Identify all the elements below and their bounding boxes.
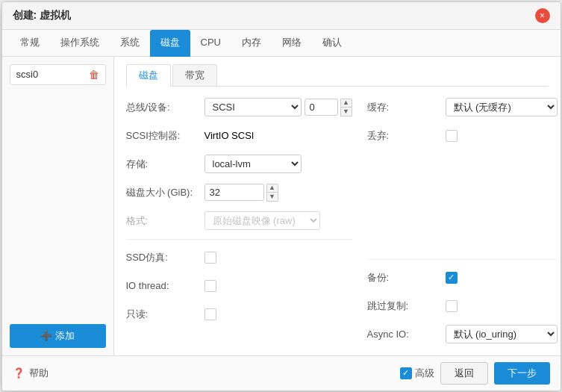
ssd-label: SSD仿真: (126, 251, 204, 264)
readonly-checkbox[interactable] (204, 308, 216, 320)
spacer-size (367, 189, 558, 217)
storage-control: local-lvm local (204, 155, 352, 173)
discard-checkbox[interactable] (446, 130, 458, 142)
disk-size-spinner: ▲ ▼ (266, 184, 278, 202)
skip-replication-checkbox[interactable] (446, 300, 458, 312)
add-button[interactable]: ➕ 添加 (10, 324, 106, 348)
async-io-control: 默认 (io_uring) io_uring native threads (446, 325, 558, 343)
close-button[interactable]: × (535, 8, 550, 23)
bus-select[interactable]: SCSI (204, 98, 302, 116)
help-icon: ❓ (13, 367, 25, 379)
scsi-controller-control: VirtIO SCSI (204, 130, 352, 141)
tab-os[interactable]: 操作系统 (50, 30, 110, 57)
readonly-control (204, 308, 352, 320)
format-label: 格式: (126, 214, 204, 228)
discard-row: 丢弃: (367, 125, 558, 146)
advanced-checkbox[interactable] (400, 367, 412, 379)
cache-row: 缓存: 默认 (无缓存) 直接同步 回写 无 (367, 97, 558, 118)
backup-checkbox[interactable] (446, 272, 458, 284)
tab-general[interactable]: 常规 (10, 30, 50, 57)
dialog-header: 创建: 虚拟机 × (2, 2, 561, 30)
io-thread-control (204, 280, 352, 292)
readonly-row: 只读: (126, 304, 352, 325)
back-button[interactable]: 返回 (440, 362, 488, 385)
skip-replication-control (446, 300, 558, 312)
dialog-body: scsi0 🗑 ➕ 添加 磁盘 带宽 总线/设备: (2, 57, 561, 355)
bus-device-label: 总线/设备: (126, 101, 204, 114)
sub-tabs: 磁盘 带宽 (126, 64, 549, 87)
cache-label: 缓存: (367, 101, 446, 114)
help-label: 帮助 (29, 367, 49, 380)
form-right-col: 缓存: 默认 (无缓存) 直接同步 回写 无 丢弃: (367, 97, 558, 352)
dialog-title: 创建: 虚拟机 (13, 9, 72, 22)
discard-label: 丢弃: (367, 129, 446, 143)
sub-tab-disk[interactable]: 磁盘 (126, 64, 171, 87)
io-thread-label: IO thread: (126, 280, 204, 291)
ssd-control (204, 252, 352, 264)
nav-tabs: 常规 操作系统 系统 磁盘 CPU 内存 网络 确认 (2, 30, 561, 57)
form-left-col: 总线/设备: SCSI ▲ ▼ (126, 97, 367, 352)
storage-label: 存储: (126, 158, 204, 171)
sub-tab-bandwidth[interactable]: 带宽 (172, 64, 217, 86)
tab-system[interactable]: 系统 (110, 30, 150, 57)
device-up-btn[interactable]: ▲ (340, 99, 352, 108)
ssd-checkbox[interactable] (204, 252, 216, 264)
tab-confirm[interactable]: 确认 (312, 30, 352, 57)
device-input[interactable] (305, 99, 338, 116)
disk-size-up-btn[interactable]: ▲ (266, 184, 278, 193)
io-thread-checkbox[interactable] (204, 280, 216, 292)
scsi-controller-value: VirtIO SCSI (204, 130, 255, 141)
dialog-footer: ❓ 帮助 高级 返回 下一步 (2, 355, 561, 391)
tab-cpu[interactable]: CPU (190, 30, 231, 57)
tab-disk[interactable]: 磁盘 (150, 30, 190, 57)
readonly-label: 只读: (126, 308, 204, 321)
form-section: 总线/设备: SCSI ▲ ▼ (126, 97, 549, 352)
scsi-controller-label: SCSI控制器: (126, 129, 204, 143)
sidebar: scsi0 🗑 ➕ 添加 (2, 57, 114, 355)
disk-size-row: 磁盘大小 (GiB): ▲ ▼ (126, 182, 352, 203)
disk-size-input[interactable] (204, 184, 264, 201)
disk-size-label: 磁盘大小 (GiB): (126, 186, 204, 199)
disk-size-down-btn[interactable]: ▼ (266, 193, 278, 202)
main-content: 磁盘 带宽 总线/设备: SCSI (114, 57, 561, 355)
delete-icon[interactable]: 🗑 (89, 69, 99, 81)
advanced-container: 高级 (400, 367, 434, 380)
create-vm-dialog: 创建: 虚拟机 × 常规 操作系统 系统 磁盘 CPU 内存 网络 确认 scs… (1, 1, 561, 391)
add-plus-icon: ➕ (40, 330, 52, 341)
cache-select[interactable]: 默认 (无缓存) 直接同步 回写 无 (446, 98, 558, 116)
footer-left: ❓ 帮助 (13, 367, 49, 380)
add-label: 添加 (55, 329, 75, 343)
sidebar-item-label: scsi0 (16, 69, 39, 80)
discard-control (446, 130, 558, 142)
device-spinner: ▲ ▼ (340, 99, 352, 116)
skip-replication-row: 跳过复制: (367, 296, 558, 317)
bus-device-control: SCSI ▲ ▼ (204, 98, 352, 116)
storage-row: 存储: local-lvm local (126, 154, 352, 175)
async-io-select[interactable]: 默认 (io_uring) io_uring native threads (446, 325, 558, 343)
spacer-format (367, 224, 558, 252)
skip-replication-label: 跳过复制: (367, 299, 446, 313)
device-down-btn[interactable]: ▼ (340, 108, 352, 116)
format-row: 格式: 原始磁盘映像 (raw) (126, 211, 352, 231)
async-io-label: Async IO: (367, 329, 446, 340)
tab-network[interactable]: 网络 (272, 30, 312, 57)
next-button[interactable]: 下一步 (494, 362, 550, 385)
spacer-storage (367, 154, 558, 181)
footer-right: 高级 返回 下一步 (400, 362, 550, 385)
format-control: 原始磁盘映像 (raw) (204, 211, 352, 230)
backup-label: 备份: (367, 271, 446, 284)
format-select[interactable]: 原始磁盘映像 (raw) (204, 211, 320, 230)
io-thread-row: IO thread: (126, 276, 352, 296)
storage-select[interactable]: local-lvm local (204, 155, 302, 173)
bus-device-row: 总线/设备: SCSI ▲ ▼ (126, 97, 352, 118)
async-io-row: Async IO: 默认 (io_uring) io_uring native … (367, 324, 558, 345)
cache-control: 默认 (无缓存) 直接同步 回写 无 (446, 98, 558, 116)
scsi-controller-row: SCSI控制器: VirtIO SCSI (126, 125, 352, 146)
divider-left (126, 239, 352, 240)
backup-row: 备份: (367, 267, 558, 288)
tab-memory[interactable]: 内存 (231, 30, 272, 57)
advanced-label: 高级 (415, 367, 434, 380)
backup-control (446, 272, 558, 284)
ssd-row: SSD仿真: (126, 247, 352, 268)
disk-size-control: ▲ ▼ (204, 184, 352, 202)
